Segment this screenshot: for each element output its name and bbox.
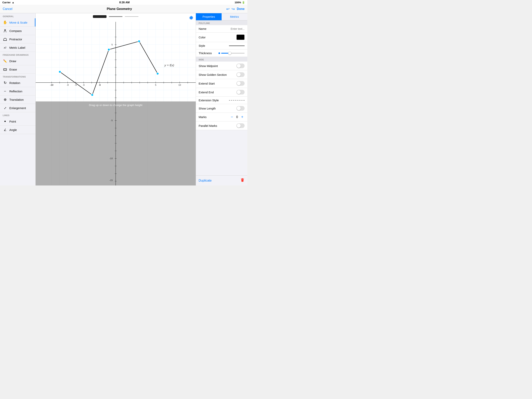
done-button[interactable]: Done bbox=[237, 7, 245, 11]
tab-metrics[interactable]: Metrics bbox=[222, 13, 247, 20]
show-length-toggle[interactable] bbox=[236, 106, 245, 111]
panel-tabs: Properties Metrics bbox=[196, 13, 247, 20]
svg-text:5: 5 bbox=[111, 43, 113, 46]
show-midpoint-row: Show Midpoint bbox=[196, 62, 247, 70]
svg-point-116 bbox=[108, 49, 110, 51]
svg-line-2 bbox=[6, 31, 6, 32]
extension-style-row: Extension Style bbox=[196, 97, 247, 104]
thickness-slider[interactable] bbox=[218, 52, 245, 54]
color-swatch[interactable] bbox=[236, 34, 245, 40]
sidebar-item-erase[interactable]: Erase bbox=[0, 65, 35, 74]
thickness-label: Thickness bbox=[199, 51, 212, 55]
page-title: Plane Geometry bbox=[107, 7, 132, 11]
rotation-label: Rotation bbox=[9, 81, 20, 84]
sidebar-item-protractor[interactable]: Protractor bbox=[0, 35, 35, 44]
svg-text:-5: -5 bbox=[111, 119, 113, 122]
sidebar-item-angle[interactable]: ∠ Angle bbox=[0, 126, 35, 134]
draw-label: Draw bbox=[9, 59, 16, 63]
sidebar-item-move-scale[interactable]: ✋ Move & Scale bbox=[0, 18, 35, 27]
battery-icon: 🔋 bbox=[242, 1, 245, 4]
extend-start-toggle[interactable] bbox=[236, 81, 245, 86]
show-golden-label: Show Golden Section bbox=[199, 73, 227, 76]
style-line-display[interactable] bbox=[229, 45, 245, 46]
svg-text:Drag up or down to change the : Drag up or down to change the graph heig… bbox=[89, 104, 143, 107]
svg-rect-122 bbox=[241, 179, 244, 179]
name-row: Name bbox=[196, 25, 247, 32]
status-bar: Carrier ▲ 8:26 AM 100% 🔋 bbox=[0, 0, 247, 5]
marks-control: − 0 + bbox=[230, 115, 245, 119]
svg-text:-5: -5 bbox=[99, 84, 101, 86]
polyline-section-header: POLYLINE bbox=[196, 20, 247, 25]
sidebar: GENERAL ✋ Move & Scale Compass bbox=[0, 13, 36, 186]
sidebar-item-point[interactable]: • Point bbox=[0, 117, 35, 126]
extend-end-toggle[interactable] bbox=[236, 90, 245, 95]
sidebar-section-general: GENERAL ✋ Move & Scale Compass bbox=[0, 13, 35, 52]
canvas-area[interactable]: -10 -8 -6 -4 -5 -5 -10 5 10 5 -5 -10 -15 bbox=[36, 13, 196, 186]
extension-style-display[interactable] bbox=[229, 100, 245, 101]
redo-button[interactable]: ↪ bbox=[232, 7, 235, 11]
show-midpoint-toggle[interactable] bbox=[236, 64, 245, 68]
metric-label-label: Metric Label bbox=[9, 46, 25, 49]
show-length-row: Show Length bbox=[196, 104, 247, 113]
slider-track[interactable] bbox=[221, 53, 245, 54]
sidebar-item-rotation[interactable]: ↻ Rotation bbox=[0, 79, 35, 87]
angle-label: Angle bbox=[9, 128, 17, 131]
gear-button[interactable] bbox=[188, 15, 194, 21]
freehand-section-header: FREEHAND DRAWINGS bbox=[0, 52, 35, 57]
marks-decrement[interactable]: − bbox=[230, 115, 234, 119]
sidebar-item-compass[interactable]: Compass bbox=[0, 27, 35, 35]
main-layout: GENERAL ✋ Move & Scale Compass bbox=[0, 13, 247, 186]
sidebar-item-metric-label[interactable]: x2 Metric Label bbox=[0, 44, 35, 52]
right-panel: Properties Metrics POLYLINE Name Color S… bbox=[196, 13, 247, 186]
slider-fill bbox=[221, 53, 228, 54]
undo-button[interactable]: ↩ bbox=[226, 7, 230, 11]
svg-text:-5: -5 bbox=[75, 84, 77, 86]
sidebar-item-translation[interactable]: ⊕ Translation bbox=[0, 96, 35, 104]
header-bar: Cancel Plane Geometry ↩ ↪ Done bbox=[0, 5, 247, 13]
point-icon: • bbox=[3, 119, 7, 124]
duplicate-button[interactable]: Duplicate bbox=[199, 179, 212, 182]
cancel-button[interactable]: Cancel bbox=[3, 7, 13, 11]
slider-thumb[interactable] bbox=[228, 52, 231, 55]
erase-icon bbox=[3, 67, 7, 72]
line-style-thin[interactable] bbox=[125, 16, 139, 17]
rotation-icon: ↻ bbox=[3, 80, 7, 85]
marks-increment[interactable]: + bbox=[240, 115, 245, 119]
point-label: Point bbox=[9, 120, 16, 123]
line-style-medium[interactable] bbox=[109, 16, 122, 17]
panel-scroll-area: POLYLINE Name Color Style Thickness bbox=[196, 20, 247, 175]
extend-end-row: Extend End bbox=[196, 88, 247, 97]
protractor-label: Protractor bbox=[9, 38, 22, 41]
color-row: Color bbox=[196, 32, 247, 42]
sidebar-section-lines: LINES • Point ∠ Angle bbox=[0, 112, 35, 134]
angle-icon: ∠ bbox=[3, 127, 7, 132]
sidebar-section-transformations: TRANSFORMATIONS ↻ Rotation ↔ Reflection … bbox=[0, 74, 35, 112]
extension-style-label: Extension Style bbox=[199, 99, 219, 102]
line-style-thick[interactable] bbox=[93, 15, 107, 18]
delete-button[interactable] bbox=[240, 178, 245, 183]
battery-label: 100% bbox=[235, 1, 241, 4]
translation-label: Translation bbox=[9, 98, 24, 101]
svg-rect-121 bbox=[242, 178, 243, 179]
move-scale-label: Move & Scale bbox=[9, 21, 27, 24]
parallel-marks-row: Parallel Marks bbox=[196, 121, 247, 130]
thickness-row: Thickness bbox=[196, 50, 247, 57]
parallel-marks-toggle[interactable] bbox=[236, 123, 245, 128]
sidebar-item-draw[interactable]: ✏️ Draw bbox=[0, 57, 35, 65]
svg-point-115 bbox=[91, 94, 94, 96]
sidebar-item-reflection[interactable]: ↔ Reflection bbox=[0, 87, 35, 96]
show-golden-toggle[interactable] bbox=[236, 72, 245, 77]
name-input[interactable] bbox=[217, 27, 245, 30]
tab-properties[interactable]: Properties bbox=[196, 13, 222, 20]
wifi-icon: ▲ bbox=[12, 1, 14, 4]
svg-line-1 bbox=[4, 31, 5, 32]
move-scale-icon: ✋ bbox=[3, 20, 7, 25]
protractor-icon bbox=[3, 37, 7, 41]
erase-label: Erase bbox=[9, 68, 17, 71]
slider-dot bbox=[218, 52, 220, 54]
side-section-header: SIDE bbox=[196, 57, 247, 62]
sidebar-section-freehand: FREEHAND DRAWINGS ✏️ Draw Erase bbox=[0, 52, 35, 74]
general-section-header: GENERAL bbox=[0, 13, 35, 18]
color-label: Color bbox=[199, 36, 206, 39]
sidebar-item-enlargement[interactable]: ⤢ Enlargement bbox=[0, 104, 35, 112]
